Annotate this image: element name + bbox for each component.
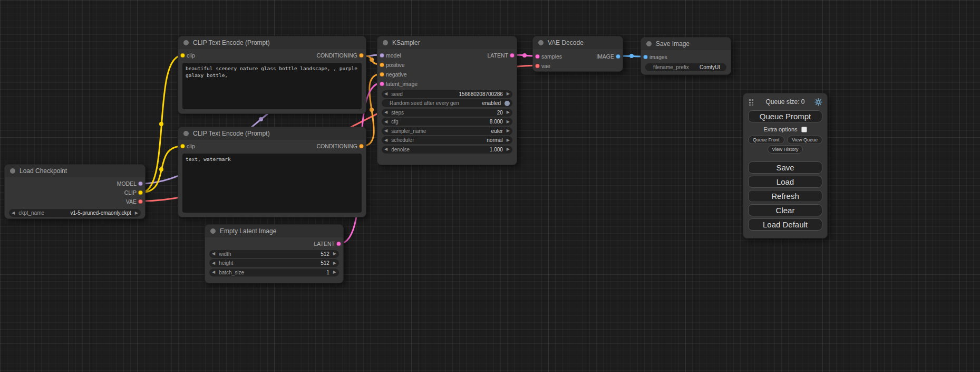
decrement-arrow-icon[interactable]: ◀ [384, 110, 387, 115]
node-clip-text-encode-negative[interactable]: CLIP Text Encode (Prompt) clip CONDITION… [178, 127, 366, 217]
collapse-dot-icon[interactable] [183, 131, 189, 136]
decrement-arrow-icon[interactable]: ◀ [384, 129, 387, 133]
node-title-bar[interactable]: Save Image [641, 37, 731, 50]
collapse-dot-icon[interactable] [646, 41, 652, 46]
decrement-arrow-icon[interactable]: ◀ [212, 270, 215, 274]
node-title-bar[interactable]: VAE Decode [533, 36, 623, 49]
widget-steps[interactable]: ◀ steps 20 ▶ [382, 109, 512, 117]
node-title-bar[interactable]: Load Checkpoint [5, 165, 145, 177]
output-slot-vae[interactable] [138, 199, 143, 204]
widget-seed[interactable]: ◀ seed 156680208700286 ▶ [382, 90, 512, 98]
input-slot-images[interactable] [643, 55, 648, 60]
widget-value: 1.000 [490, 147, 503, 152]
input-slot-latent-image[interactable] [380, 82, 384, 87]
increment-arrow-icon[interactable]: ▶ [507, 110, 510, 115]
decrement-arrow-icon[interactable]: ◀ [384, 92, 387, 96]
decrement-arrow-icon[interactable]: ◀ [212, 261, 215, 265]
output-slot-latent[interactable] [336, 242, 341, 246]
widget-denoise[interactable]: ◀ denoise 1.000 ▶ [382, 146, 512, 154]
collapse-dot-icon[interactable] [183, 40, 189, 45]
collapse-dot-icon[interactable] [10, 168, 15, 174]
drag-handle-icon[interactable] [748, 98, 754, 106]
widget-sampler-name[interactable]: ◀ sampler_name euler ▶ [382, 127, 512, 135]
increment-arrow-icon[interactable]: ▶ [333, 261, 336, 265]
widget-ckpt-name[interactable]: ◀ ckpt_name v1-5-pruned-emaonly.ckpt ▶ [9, 209, 141, 217]
node-title-bar[interactable]: Empty Latent Image [205, 225, 343, 237]
output-slot-conditioning[interactable] [359, 144, 364, 149]
increment-arrow-icon[interactable]: ▶ [507, 92, 510, 96]
widget-random-seed[interactable]: Random seed after every gen enabled [382, 99, 512, 107]
output-slot-image[interactable] [616, 54, 620, 59]
input-label-model: model [386, 52, 401, 59]
decrement-arrow-icon[interactable]: ◀ [384, 120, 387, 124]
widget-filename-prefix[interactable]: filename_prefix ComfyUI [645, 63, 726, 71]
collapse-dot-icon[interactable] [383, 40, 388, 45]
increment-arrow-icon[interactable]: ▶ [507, 147, 510, 151]
input-label-latent-image: latent_image [386, 81, 418, 87]
node-title-bar[interactable]: CLIP Text Encode (Prompt) [178, 127, 366, 140]
save-button[interactable]: Save [748, 161, 822, 174]
output-slot-model[interactable] [138, 181, 143, 186]
increment-arrow-icon[interactable]: ▶ [507, 120, 510, 124]
queue-prompt-button[interactable]: Queue Prompt [748, 110, 822, 122]
view-queue-button[interactable]: View Queue [787, 136, 822, 144]
input-label-clip: clip [187, 143, 195, 149]
increment-arrow-icon[interactable]: ▶ [507, 138, 510, 142]
extra-options-checkbox[interactable] [801, 127, 807, 132]
node-vae-decode[interactable]: VAE Decode samples IMAGE vae [532, 36, 623, 72]
output-slot-clip[interactable] [138, 190, 143, 195]
node-save-image[interactable]: Save Image images filename_prefix ComfyU… [641, 37, 731, 75]
wire-midpoint-dot [370, 58, 374, 62]
node-title: CLIP Text Encode (Prompt) [193, 130, 270, 137]
node-graph-canvas[interactable]: { "colors": { "model": "#b39ddb", "clip"… [0, 0, 980, 372]
input-slot-clip[interactable] [180, 144, 185, 149]
wire-midpoint-dot [629, 54, 634, 58]
prompt-textarea[interactable]: text, watermark [182, 154, 362, 213]
widget-value: 20 [497, 110, 503, 116]
widget-batch-size[interactable]: ◀ batch_size 1 ▶ [209, 269, 339, 276]
node-title-bar[interactable]: KSampler [377, 36, 517, 49]
widget-value: 512 [321, 260, 329, 266]
decrement-arrow-icon[interactable]: ◀ [384, 147, 387, 151]
decrement-arrow-icon[interactable]: ◀ [384, 138, 387, 142]
increment-arrow-icon[interactable]: ▶ [507, 129, 510, 133]
wire-midpoint-dot [159, 167, 163, 171]
widget-height[interactable]: ◀ height 512 ▶ [209, 259, 339, 267]
view-history-button[interactable]: View History [768, 145, 803, 154]
load-button[interactable]: Load [748, 176, 822, 188]
refresh-button[interactable]: Refresh [748, 190, 822, 202]
input-slot-clip[interactable] [180, 53, 185, 58]
decrement-arrow-icon[interactable]: ◀ [212, 252, 215, 256]
input-label-samples: samples [541, 53, 562, 60]
widget-width[interactable]: ◀ width 512 ▶ [209, 250, 339, 258]
clear-button[interactable]: Clear [748, 204, 822, 216]
increment-arrow-icon[interactable]: ▶ [135, 211, 138, 215]
decrement-arrow-icon[interactable]: ◀ [12, 211, 15, 215]
input-slot-vae[interactable] [535, 64, 540, 69]
widget-label: scheduler [391, 137, 487, 143]
increment-arrow-icon[interactable]: ▶ [333, 270, 336, 274]
node-load-checkpoint[interactable]: Load Checkpoint MODEL CLIP VAE ◀ ckpt_na… [4, 164, 145, 219]
node-ksampler[interactable]: KSampler model LATENT positive negative … [377, 36, 517, 165]
widget-scheduler[interactable]: ◀ scheduler normal ▶ [382, 136, 512, 144]
node-empty-latent-image[interactable]: Empty Latent Image LATENT ◀ width 512 ▶ … [205, 224, 344, 283]
input-slot-samples[interactable] [535, 54, 540, 59]
load-default-button[interactable]: Load Default [748, 218, 822, 231]
prompt-textarea[interactable]: beautiful scenery nature glass bottle la… [182, 63, 362, 109]
increment-arrow-icon[interactable]: ▶ [333, 252, 336, 256]
input-slot-negative[interactable] [380, 72, 384, 77]
settings-gear-icon[interactable] [814, 98, 822, 106]
collapse-dot-icon[interactable] [210, 228, 216, 234]
node-clip-text-encode-positive[interactable]: CLIP Text Encode (Prompt) clip CONDITION… [178, 36, 366, 114]
input-slot-positive[interactable] [380, 63, 384, 68]
collapse-dot-icon[interactable] [538, 40, 544, 45]
widget-label: batch_size [219, 270, 326, 275]
widget-cfg[interactable]: ◀ cfg 8.000 ▶ [382, 118, 512, 126]
queue-front-button[interactable]: Queue Front [748, 136, 784, 144]
output-slot-conditioning[interactable] [359, 53, 364, 58]
input-slot-model[interactable] [380, 53, 384, 58]
output-slot-latent[interactable] [510, 53, 515, 58]
wire-midpoint-dot [159, 122, 163, 126]
toggle-knob-icon[interactable] [504, 101, 510, 106]
node-title-bar[interactable]: CLIP Text Encode (Prompt) [178, 36, 366, 49]
